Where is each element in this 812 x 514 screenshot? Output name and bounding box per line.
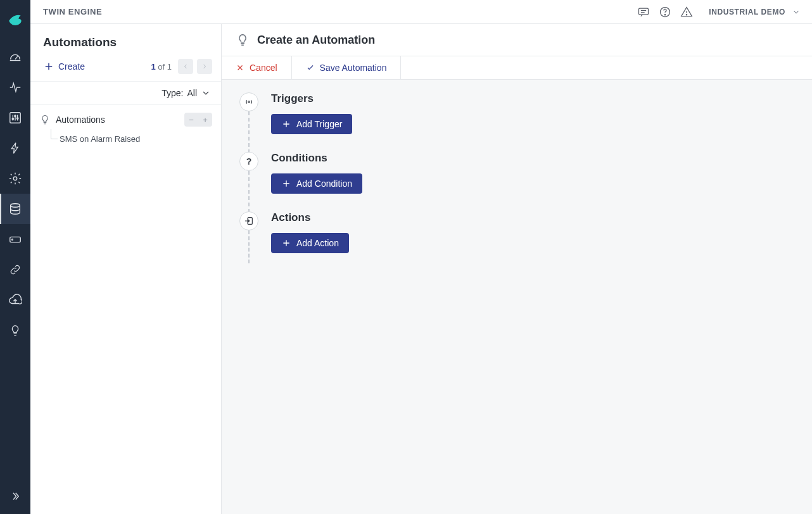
close-icon [236,63,244,72]
plus-icon [281,238,291,248]
tree-expand[interactable]: + [198,113,212,127]
stage-badge-actions [239,211,258,230]
tree-item[interactable]: SMS on Alarm Raised [51,132,215,146]
svg-point-7 [12,239,13,241]
app-root: TWIN ENGINE INDUSTRIAL DEMO [0,0,812,514]
add-condition-label: Add Condition [296,179,352,189]
create-button[interactable]: Create [39,57,89,76]
nav-item-dashboard[interactable] [0,42,30,72]
tree-root-label: Automations [56,115,105,125]
topbar: TWIN ENGINE INDUSTRIAL DEMO [30,0,812,24]
editor-panel: Create an Automation Cancel Save Automat… [222,24,812,514]
svg-point-10 [665,14,666,15]
tree-item-label: SMS on Alarm Raised [60,134,140,144]
editor-header: Create an Automation [222,24,812,56]
type-filter[interactable]: Type: All [30,82,221,105]
messages-button[interactable] [633,1,654,23]
nav-item-cloud[interactable] [0,285,30,315]
type-filter-value: All [187,88,197,98]
tree-root[interactable]: Automations − + [37,110,215,129]
page-total: 1 [167,62,172,72]
automations-panel: Automations Create 1 of 1 [30,24,222,514]
svg-point-3 [16,118,18,119]
chevron-left-icon [182,63,189,70]
svg-point-12 [248,101,250,103]
add-trigger-label: Add Trigger [296,119,342,129]
lightbulb-icon [9,324,22,337]
broadcast-icon [244,97,254,107]
nav-item-settings[interactable] [0,163,30,194]
svg-point-2 [15,115,16,116]
stage-conditions: ? Conditions Add Condition [239,152,794,211]
svg-point-5 [11,204,20,208]
help-icon [659,6,671,18]
user-label: INDUSTRIAL DEMO [709,8,785,16]
chevron-right-icon [201,63,208,70]
tree-children: SMS on Alarm Raised [51,132,215,146]
plus-icon [281,179,291,189]
cancel-label: Cancel [250,63,277,73]
plus-icon [281,119,291,129]
save-label: Save Automation [320,63,387,73]
stage-badge-triggers [239,92,258,111]
tree-collapse[interactable]: − [184,113,198,127]
cancel-button[interactable]: Cancel [222,56,292,79]
save-button[interactable]: Save Automation [292,56,402,79]
stage-triggers: Triggers Add Trigger [239,92,794,152]
bird-icon [7,12,23,28]
alerts-button[interactable] [676,1,697,23]
stage-badge-conditions: ? [239,152,258,171]
enter-icon [244,216,254,226]
type-filter-prefix: Type: [162,88,183,98]
automation-tree: Automations − + SMS on Alarm Raised [30,105,221,151]
panel-header: Automations [30,24,221,57]
expand-icon [10,491,21,502]
nav-item-links[interactable] [0,254,30,285]
stage-title: Actions [271,211,794,224]
panel-title: Automations [43,35,208,49]
help-button[interactable] [654,1,676,23]
editor-title: Create an Automation [257,34,375,47]
editor-actions: Cancel Save Automation [222,56,812,80]
editor-body: Triggers Add Trigger ? Conditions [222,80,812,514]
add-trigger-button[interactable]: Add Trigger [271,114,352,134]
message-icon [637,6,650,18]
main: TWIN ENGINE INDUSTRIAL DEMO [30,0,812,514]
svg-point-11 [687,14,687,15]
panel-toolbar: Create 1 of 1 [30,57,221,82]
page-current: 1 [151,62,155,72]
stage-title: Conditions [271,152,794,165]
plus-icon [43,61,54,72]
lightbulb-icon [39,114,51,125]
pager-next[interactable] [197,59,212,74]
nav-item-events[interactable] [0,133,30,163]
database-icon [8,202,22,216]
svg-point-1 [12,118,13,120]
nav-item-controls[interactable] [0,103,30,133]
link-icon [9,263,22,276]
user-menu[interactable]: INDUSTRIAL DEMO [709,8,801,16]
nav-rail [0,0,30,514]
sliders-icon [8,111,22,125]
chevron-down-icon [792,8,801,16]
cloud-upload-icon [8,293,22,307]
gear-icon [8,172,22,185]
add-action-button[interactable]: Add Action [271,233,349,253]
nav-expand[interactable] [0,481,30,511]
pulse-icon [8,80,22,94]
nav-item-storage[interactable] [0,224,30,254]
pager-prev[interactable] [178,59,193,74]
brand-logo [0,5,30,35]
nav-item-ideas[interactable] [0,315,30,346]
app-title: TWIN ENGINE [43,7,102,16]
bolt-icon [9,142,22,154]
chevron-down-icon [201,88,211,98]
stage-title: Triggers [271,92,794,105]
question-icon: ? [246,156,252,166]
add-condition-button[interactable]: Add Condition [271,173,362,194]
svg-rect-8 [639,8,649,15]
nav-item-database[interactable] [0,194,30,224]
svg-point-4 [13,177,17,180]
nav-item-activity[interactable] [0,72,30,103]
lightbulb-icon [236,33,250,47]
